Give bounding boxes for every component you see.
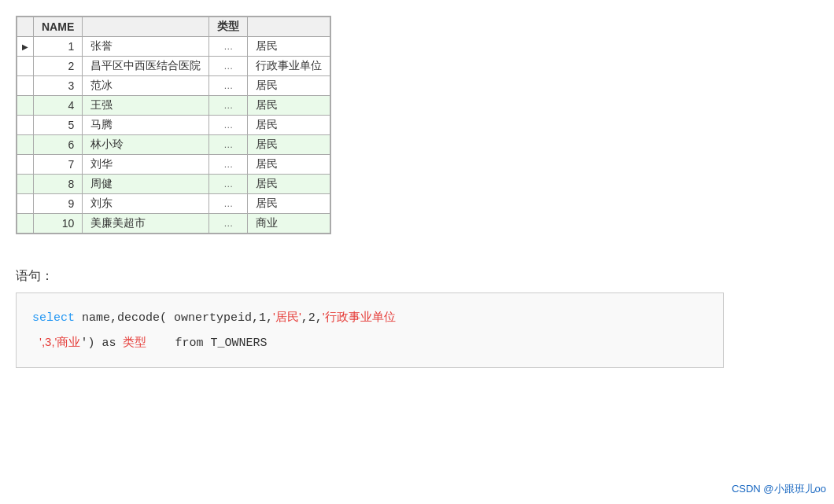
table-row: 6林小玲…居民 [17,135,330,155]
row-name: 周健 [83,175,209,194]
sql-line2-cn1: ',3,' [39,335,57,348]
col-header-extra [248,17,330,37]
sql-line1-plain: name,decode( ownertypeid,1, [82,311,273,325]
sql-select-keyword: select [32,311,75,325]
row-id: 7 [34,155,83,175]
row-name: 马腾 [83,116,209,135]
row-arrow-cell [17,175,34,194]
row-name: 范冰 [83,76,209,96]
table-row: 8周健…居民 [17,175,330,194]
data-table-wrapper: NAME 类型 ▶1张誉…居民2昌平区中西医结合医院…行政事业单位3范冰…居民4… [16,16,331,234]
row-type: 居民 [248,76,330,96]
row-id: 8 [34,175,83,194]
row-arrow-cell [17,135,34,155]
row-arrow-cell: ▶ [17,37,34,57]
row-name: 昌平区中西医结合医院 [83,57,209,76]
row-id: 2 [34,57,83,76]
row-arrow-cell [17,76,34,96]
sql-shangye: 商业 [57,335,80,348]
sql-jumin1: '居民' [273,310,301,323]
row-type: 居民 [248,37,330,57]
data-table: NAME 类型 ▶1张誉…居民2昌平区中西医结合医院…行政事业单位3范冰…居民4… [17,17,330,234]
row-type: 居民 [248,194,330,214]
row-name: 刘东 [83,194,209,214]
row-type: 居民 [248,96,330,116]
col-header-arrow [17,17,34,37]
sql-line2: ',3,'商业') as 类型 from T_OWNERS [32,330,707,355]
row-id: 3 [34,76,83,96]
sql-as-keyword: as [101,337,123,350]
row-id: 1 [34,37,83,57]
row-arrow-cell [17,214,34,234]
row-arrow-cell [17,57,34,76]
row-id: 4 [34,96,83,116]
table-row: 4王强…居民 [17,96,330,116]
table-row: 3范冰…居民 [17,76,330,96]
col-header-name: NAME [34,17,83,37]
sql-leixing: 类型 [123,335,146,348]
row-name: 王强 [83,96,209,116]
table-row: 2昌平区中西医结合医院…行政事业单位 [17,57,330,76]
row-name: 张誉 [83,37,209,57]
row-name: 美廉美超市 [83,214,209,234]
table-row: 7刘华…居民 [17,155,330,175]
table-row: ▶1张誉…居民 [17,37,330,57]
row-arrow-cell [17,116,34,135]
row-name: 林小玲 [83,135,209,155]
sql-zhengfu: '行政事业单位 [323,310,396,323]
row-ellipsis: … [209,135,248,155]
row-ellipsis: … [209,214,248,234]
row-ellipsis: … [209,37,248,57]
sql-line2-start [32,337,39,350]
row-ellipsis: … [209,155,248,175]
row-type: 商业 [248,214,330,234]
sql-code-box: select name,decode( ownertypeid,1,'居民',2… [16,292,724,368]
row-type: 居民 [248,116,330,135]
row-ellipsis: … [209,116,248,135]
row-name: 刘华 [83,155,209,175]
row-ellipsis: … [209,57,248,76]
sql-comma1: ,2, [301,311,323,325]
section-label: 语句： [16,268,818,285]
row-arrow-cell [17,96,34,116]
col-header-ellipsis [83,17,209,37]
row-ellipsis: … [209,76,248,96]
row-ellipsis: … [209,96,248,116]
sql-paren: ') [80,337,94,350]
row-type: 行政事业单位 [248,57,330,76]
table-row: 10美廉美超市…商业 [17,214,330,234]
watermark: CSDN @小跟班儿oo [732,482,826,496]
row-ellipsis: … [209,194,248,214]
table-row: 9刘东…居民 [17,194,330,214]
page-container: NAME 类型 ▶1张誉…居民2昌平区中西医结合医院…行政事业单位3范冰…居民4… [16,8,818,376]
row-arrow-cell [17,155,34,175]
row-type: 居民 [248,135,330,155]
sql-line1: select name,decode( ownertypeid,1,'居民',2… [32,305,707,330]
row-arrow-cell [17,194,34,214]
row-id: 5 [34,116,83,135]
table-row: 5马腾…居民 [17,116,330,135]
row-type: 居民 [248,175,330,194]
col-header-type: 类型 [209,17,248,37]
row-type: 居民 [248,155,330,175]
sql-from-part: from T_OWNERS [153,337,267,350]
row-ellipsis: … [209,175,248,194]
row-id: 10 [34,214,83,234]
row-id: 9 [34,194,83,214]
row-id: 6 [34,135,83,155]
